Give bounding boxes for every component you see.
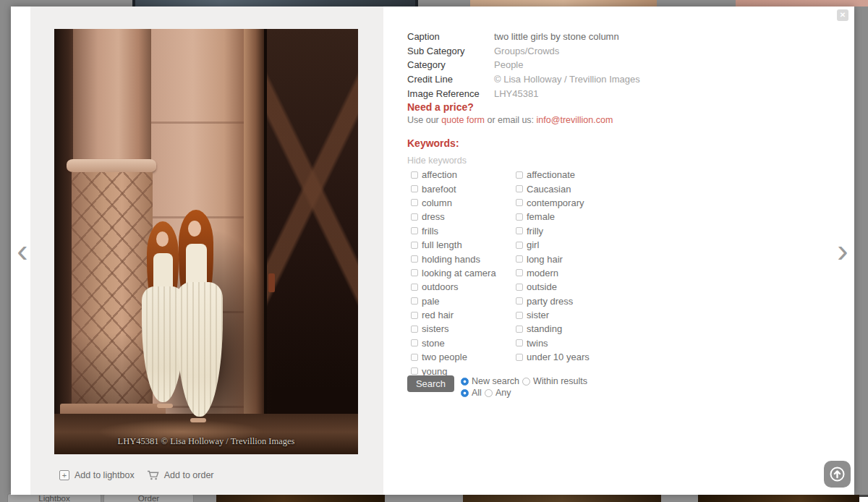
keyword-item[interactable]: long hair xyxy=(516,252,646,265)
keyword-item[interactable]: modern xyxy=(516,266,646,280)
keyword-checkbox[interactable] xyxy=(516,297,523,305)
keyword-checkbox[interactable] xyxy=(516,171,523,179)
keyword-checkbox[interactable] xyxy=(411,199,418,206)
keyword-item[interactable]: column xyxy=(411,196,512,210)
photo-girl-right-skirt xyxy=(176,282,223,417)
keyword-item[interactable]: standing xyxy=(516,322,646,336)
metadata-row: Caption two little girls by stone column xyxy=(407,30,812,44)
keyword-checkbox[interactable] xyxy=(411,185,418,192)
keyword-item[interactable]: affection xyxy=(411,168,512,182)
radio-icon[interactable] xyxy=(461,378,469,386)
keyword-checkbox[interactable] xyxy=(516,326,523,333)
keyword-item[interactable]: outside xyxy=(516,280,646,294)
metadata-label: Category xyxy=(407,59,494,70)
keywords-column-2: affectionate Caucasian contemporary fema… xyxy=(516,168,646,364)
keyword-item[interactable]: sister xyxy=(516,308,646,322)
keyword-label: affectionate xyxy=(527,169,575,180)
keyword-item[interactable]: contemporary xyxy=(516,196,646,210)
hide-keywords-link[interactable]: Hide keywords xyxy=(407,156,467,166)
keyword-item[interactable]: frilly xyxy=(516,224,646,238)
keyword-checkbox[interactable] xyxy=(516,185,523,192)
keyword-label: looking at camera xyxy=(422,268,496,278)
keyword-item[interactable]: stone xyxy=(411,336,512,350)
keyword-item[interactable]: sisters xyxy=(411,322,512,336)
photo-two-girls xyxy=(147,210,226,452)
keyword-checkbox[interactable] xyxy=(411,269,418,276)
photo-watermark: LHY45381 © Lisa Holloway / Trevillion Im… xyxy=(54,436,358,447)
radio-option[interactable]: All xyxy=(461,388,482,398)
keyword-item[interactable]: affectionate xyxy=(516,168,646,182)
keyword-checkbox[interactable] xyxy=(411,255,418,263)
metadata-row: Image Reference LHY45381 xyxy=(407,86,812,101)
keyword-checkbox[interactable] xyxy=(516,269,523,276)
keyword-checkbox[interactable] xyxy=(516,354,523,361)
add-to-order-link[interactable]: Add to order xyxy=(164,470,214,480)
keyword-label: barefoot xyxy=(422,184,456,195)
keyword-checkbox[interactable] xyxy=(411,367,418,375)
search-options: New search Within results All xyxy=(461,375,587,399)
metadata-value: Groups/Crowds xyxy=(494,46,559,56)
radio-label: Within results xyxy=(533,376,587,386)
keyword-item[interactable]: dress xyxy=(411,210,512,224)
keyword-checkbox[interactable] xyxy=(516,213,523,221)
keyword-checkbox[interactable] xyxy=(411,339,418,346)
search-button[interactable]: Search xyxy=(407,375,454,392)
cart-icon[interactable] xyxy=(147,470,159,480)
keyword-item[interactable]: pale xyxy=(411,294,512,308)
previous-image-arrow-icon[interactable]: ‹ xyxy=(14,234,30,267)
photo-girl-right-face xyxy=(188,221,201,237)
keyword-checkbox[interactable] xyxy=(411,242,418,249)
keyword-checkbox[interactable] xyxy=(516,284,523,291)
keyword-item[interactable]: barefoot xyxy=(411,182,512,195)
keyword-item[interactable]: Caucasian xyxy=(516,182,646,195)
keyword-item[interactable]: two people xyxy=(411,350,512,364)
keyword-checkbox[interactable] xyxy=(516,255,523,263)
radio-option[interactable]: Any xyxy=(485,388,511,398)
keyword-checkbox[interactable] xyxy=(411,227,418,234)
metadata-row: Sub Category Groups/Crowds xyxy=(407,44,812,59)
keyword-item[interactable]: girl xyxy=(516,238,646,252)
keyword-item[interactable]: frills xyxy=(411,224,512,238)
add-to-lightbox-link[interactable]: Add to lightbox xyxy=(75,470,135,480)
keyword-checkbox[interactable] xyxy=(516,227,523,234)
quote-form-link[interactable]: quote form xyxy=(441,115,485,125)
keyword-label: dress xyxy=(422,211,445,222)
keyword-checkbox[interactable] xyxy=(411,312,418,319)
keyword-item[interactable]: twins xyxy=(516,336,646,350)
keyword-item[interactable]: party dress xyxy=(516,294,646,308)
keyword-checkbox[interactable] xyxy=(516,339,523,346)
email-link[interactable]: info@trevillion.com xyxy=(537,115,613,125)
keyword-checkbox[interactable] xyxy=(411,171,418,179)
keyword-label: modern xyxy=(527,268,558,278)
keyword-item[interactable]: outdoors xyxy=(411,280,512,294)
keyword-item[interactable]: under 10 years xyxy=(516,350,646,364)
keyword-checkbox[interactable] xyxy=(411,354,418,361)
keyword-label: contemporary xyxy=(527,197,584,208)
keyword-label: column xyxy=(422,197,452,208)
radio-icon[interactable] xyxy=(522,378,530,386)
keyword-checkbox[interactable] xyxy=(411,284,418,291)
radio-option[interactable]: Within results xyxy=(522,376,587,386)
scroll-to-top-button[interactable] xyxy=(824,461,851,488)
keyword-checkbox[interactable] xyxy=(411,213,418,221)
background-thumbnail xyxy=(132,0,418,7)
radio-icon[interactable] xyxy=(485,389,493,397)
keyword-label: pale xyxy=(422,296,440,307)
keyword-checkbox[interactable] xyxy=(516,312,523,319)
keyword-checkbox[interactable] xyxy=(516,199,523,206)
keyword-item[interactable]: female xyxy=(516,210,646,224)
radio-icon[interactable] xyxy=(461,389,469,397)
keyword-item[interactable]: full length xyxy=(411,238,512,252)
keyword-checkbox[interactable] xyxy=(411,326,418,333)
radio-option[interactable]: New search xyxy=(461,376,519,386)
keyword-label: stone xyxy=(422,338,445,349)
keyword-label: under 10 years xyxy=(527,352,590,362)
add-to-lightbox-icon[interactable]: + xyxy=(59,470,69,480)
photo-stone-column xyxy=(73,29,151,163)
keyword-item[interactable]: looking at camera xyxy=(411,266,512,280)
up-arrow-icon xyxy=(829,466,846,482)
keyword-checkbox[interactable] xyxy=(411,297,418,305)
keyword-item[interactable]: holding hands xyxy=(411,252,512,265)
keyword-item[interactable]: red hair xyxy=(411,308,512,322)
keyword-checkbox[interactable] xyxy=(516,242,523,249)
